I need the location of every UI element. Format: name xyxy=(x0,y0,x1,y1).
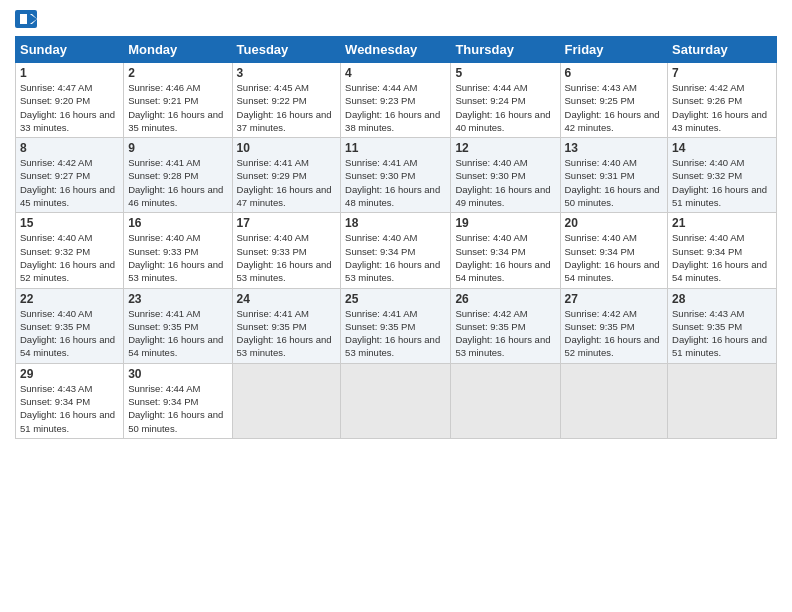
calendar-cell: 5 Sunrise: 4:44 AMSunset: 9:24 PMDayligh… xyxy=(451,63,560,138)
weekday-header-tuesday: Tuesday xyxy=(232,37,341,63)
day-number: 24 xyxy=(237,292,337,306)
calendar-cell xyxy=(668,363,777,438)
day-number: 6 xyxy=(565,66,664,80)
calendar-cell: 26 Sunrise: 4:42 AMSunset: 9:35 PMDaylig… xyxy=(451,288,560,363)
weekday-header-row: SundayMondayTuesdayWednesdayThursdayFrid… xyxy=(16,37,777,63)
calendar-cell: 27 Sunrise: 4:42 AMSunset: 9:35 PMDaylig… xyxy=(560,288,668,363)
calendar-cell: 7 Sunrise: 4:42 AMSunset: 9:26 PMDayligh… xyxy=(668,63,777,138)
calendar-cell: 21 Sunrise: 4:40 AMSunset: 9:34 PMDaylig… xyxy=(668,213,777,288)
day-number: 25 xyxy=(345,292,446,306)
day-info: Sunrise: 4:40 AMSunset: 9:33 PMDaylight:… xyxy=(128,232,223,283)
day-info: Sunrise: 4:40 AMSunset: 9:35 PMDaylight:… xyxy=(20,308,115,359)
calendar-cell: 17 Sunrise: 4:40 AMSunset: 9:33 PMDaylig… xyxy=(232,213,341,288)
calendar-cell xyxy=(451,363,560,438)
calendar-cell xyxy=(560,363,668,438)
calendar-cell xyxy=(232,363,341,438)
day-number: 26 xyxy=(455,292,555,306)
calendar-cell: 12 Sunrise: 4:40 AMSunset: 9:30 PMDaylig… xyxy=(451,138,560,213)
header xyxy=(15,10,777,28)
day-info: Sunrise: 4:41 AMSunset: 9:29 PMDaylight:… xyxy=(237,157,332,208)
day-info: Sunrise: 4:41 AMSunset: 9:30 PMDaylight:… xyxy=(345,157,440,208)
calendar-cell: 2 Sunrise: 4:46 AMSunset: 9:21 PMDayligh… xyxy=(124,63,232,138)
day-info: Sunrise: 4:41 AMSunset: 9:28 PMDaylight:… xyxy=(128,157,223,208)
day-info: Sunrise: 4:44 AMSunset: 9:23 PMDaylight:… xyxy=(345,82,440,133)
day-number: 19 xyxy=(455,216,555,230)
calendar-cell: 8 Sunrise: 4:42 AMSunset: 9:27 PMDayligh… xyxy=(16,138,124,213)
calendar-cell: 10 Sunrise: 4:41 AMSunset: 9:29 PMDaylig… xyxy=(232,138,341,213)
day-info: Sunrise: 4:41 AMSunset: 9:35 PMDaylight:… xyxy=(237,308,332,359)
day-number: 14 xyxy=(672,141,772,155)
calendar-cell: 16 Sunrise: 4:40 AMSunset: 9:33 PMDaylig… xyxy=(124,213,232,288)
calendar-cell: 18 Sunrise: 4:40 AMSunset: 9:34 PMDaylig… xyxy=(341,213,451,288)
weekday-header-sunday: Sunday xyxy=(16,37,124,63)
calendar-cell: 15 Sunrise: 4:40 AMSunset: 9:32 PMDaylig… xyxy=(16,213,124,288)
day-number: 16 xyxy=(128,216,227,230)
day-info: Sunrise: 4:44 AMSunset: 9:34 PMDaylight:… xyxy=(128,383,223,434)
day-number: 1 xyxy=(20,66,119,80)
day-info: Sunrise: 4:43 AMSunset: 9:25 PMDaylight:… xyxy=(565,82,660,133)
day-number: 23 xyxy=(128,292,227,306)
day-number: 22 xyxy=(20,292,119,306)
day-number: 11 xyxy=(345,141,446,155)
page: SundayMondayTuesdayWednesdayThursdayFrid… xyxy=(0,0,792,612)
day-number: 21 xyxy=(672,216,772,230)
calendar-cell: 3 Sunrise: 4:45 AMSunset: 9:22 PMDayligh… xyxy=(232,63,341,138)
day-number: 27 xyxy=(565,292,664,306)
day-info: Sunrise: 4:45 AMSunset: 9:22 PMDaylight:… xyxy=(237,82,332,133)
calendar-cell: 20 Sunrise: 4:40 AMSunset: 9:34 PMDaylig… xyxy=(560,213,668,288)
week-row-1: 1 Sunrise: 4:47 AMSunset: 9:20 PMDayligh… xyxy=(16,63,777,138)
weekday-header-monday: Monday xyxy=(124,37,232,63)
day-number: 12 xyxy=(455,141,555,155)
day-number: 29 xyxy=(20,367,119,381)
calendar-cell: 30 Sunrise: 4:44 AMSunset: 9:34 PMDaylig… xyxy=(124,363,232,438)
day-number: 7 xyxy=(672,66,772,80)
day-info: Sunrise: 4:47 AMSunset: 9:20 PMDaylight:… xyxy=(20,82,115,133)
day-info: Sunrise: 4:41 AMSunset: 9:35 PMDaylight:… xyxy=(128,308,223,359)
calendar-cell: 23 Sunrise: 4:41 AMSunset: 9:35 PMDaylig… xyxy=(124,288,232,363)
weekday-header-saturday: Saturday xyxy=(668,37,777,63)
logo-icon xyxy=(15,10,37,28)
day-number: 9 xyxy=(128,141,227,155)
weekday-header-thursday: Thursday xyxy=(451,37,560,63)
day-info: Sunrise: 4:40 AMSunset: 9:30 PMDaylight:… xyxy=(455,157,550,208)
calendar-cell: 4 Sunrise: 4:44 AMSunset: 9:23 PMDayligh… xyxy=(341,63,451,138)
day-info: Sunrise: 4:42 AMSunset: 9:35 PMDaylight:… xyxy=(455,308,550,359)
calendar-cell: 19 Sunrise: 4:40 AMSunset: 9:34 PMDaylig… xyxy=(451,213,560,288)
day-info: Sunrise: 4:42 AMSunset: 9:26 PMDaylight:… xyxy=(672,82,767,133)
day-number: 8 xyxy=(20,141,119,155)
calendar: SundayMondayTuesdayWednesdayThursdayFrid… xyxy=(15,36,777,439)
day-number: 28 xyxy=(672,292,772,306)
day-info: Sunrise: 4:40 AMSunset: 9:32 PMDaylight:… xyxy=(20,232,115,283)
calendar-cell: 11 Sunrise: 4:41 AMSunset: 9:30 PMDaylig… xyxy=(341,138,451,213)
day-number: 30 xyxy=(128,367,227,381)
day-info: Sunrise: 4:40 AMSunset: 9:33 PMDaylight:… xyxy=(237,232,332,283)
day-info: Sunrise: 4:40 AMSunset: 9:34 PMDaylight:… xyxy=(345,232,440,283)
day-number: 2 xyxy=(128,66,227,80)
calendar-cell: 9 Sunrise: 4:41 AMSunset: 9:28 PMDayligh… xyxy=(124,138,232,213)
calendar-cell: 29 Sunrise: 4:43 AMSunset: 9:34 PMDaylig… xyxy=(16,363,124,438)
day-number: 15 xyxy=(20,216,119,230)
day-info: Sunrise: 4:40 AMSunset: 9:34 PMDaylight:… xyxy=(565,232,660,283)
week-row-5: 29 Sunrise: 4:43 AMSunset: 9:34 PMDaylig… xyxy=(16,363,777,438)
logo xyxy=(15,10,39,28)
day-number: 20 xyxy=(565,216,664,230)
calendar-cell: 14 Sunrise: 4:40 AMSunset: 9:32 PMDaylig… xyxy=(668,138,777,213)
day-info: Sunrise: 4:43 AMSunset: 9:34 PMDaylight:… xyxy=(20,383,115,434)
day-number: 5 xyxy=(455,66,555,80)
day-number: 3 xyxy=(237,66,337,80)
day-info: Sunrise: 4:41 AMSunset: 9:35 PMDaylight:… xyxy=(345,308,440,359)
day-info: Sunrise: 4:44 AMSunset: 9:24 PMDaylight:… xyxy=(455,82,550,133)
day-info: Sunrise: 4:42 AMSunset: 9:27 PMDaylight:… xyxy=(20,157,115,208)
weekday-header-friday: Friday xyxy=(560,37,668,63)
weekday-header-wednesday: Wednesday xyxy=(341,37,451,63)
week-row-4: 22 Sunrise: 4:40 AMSunset: 9:35 PMDaylig… xyxy=(16,288,777,363)
day-info: Sunrise: 4:40 AMSunset: 9:31 PMDaylight:… xyxy=(565,157,660,208)
day-info: Sunrise: 4:43 AMSunset: 9:35 PMDaylight:… xyxy=(672,308,767,359)
week-row-2: 8 Sunrise: 4:42 AMSunset: 9:27 PMDayligh… xyxy=(16,138,777,213)
day-number: 10 xyxy=(237,141,337,155)
day-number: 13 xyxy=(565,141,664,155)
calendar-cell: 13 Sunrise: 4:40 AMSunset: 9:31 PMDaylig… xyxy=(560,138,668,213)
calendar-cell: 22 Sunrise: 4:40 AMSunset: 9:35 PMDaylig… xyxy=(16,288,124,363)
day-number: 4 xyxy=(345,66,446,80)
day-info: Sunrise: 4:40 AMSunset: 9:34 PMDaylight:… xyxy=(455,232,550,283)
